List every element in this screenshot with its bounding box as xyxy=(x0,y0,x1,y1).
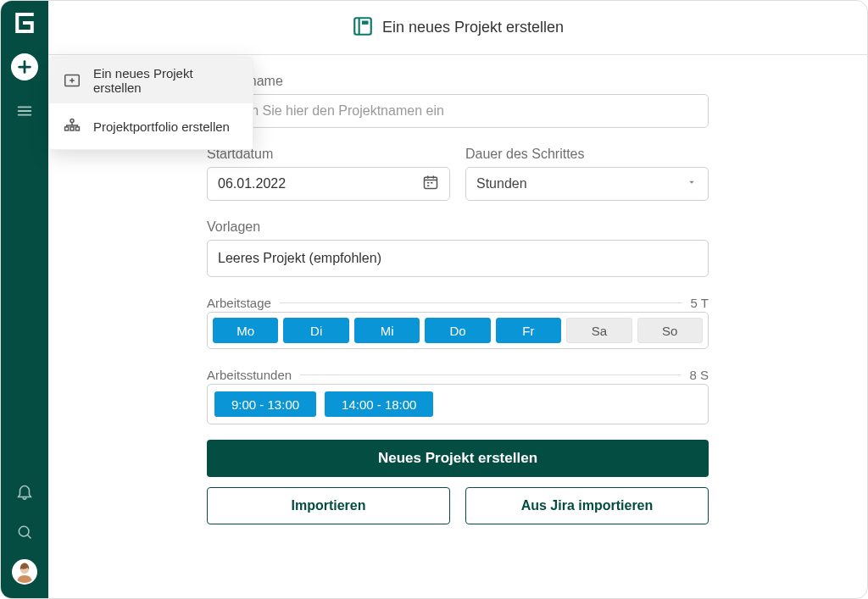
svg-rect-7 xyxy=(75,127,79,130)
create-project-button[interactable]: Neues Projekt erstellen xyxy=(207,440,709,477)
templates-select[interactable]: Leeres Projekt (empfohlen) xyxy=(207,240,709,277)
logo-icon xyxy=(9,8,40,38)
flyout-item-portfolio[interactable]: Projektportfolio erstellen xyxy=(49,103,253,149)
startdate-value: 06.01.2022 xyxy=(218,176,286,191)
header: Ein neues Projekt erstellen xyxy=(48,1,867,55)
day-chip-fr[interactable]: Fr xyxy=(496,318,561,343)
day-chip-sa[interactable]: Sa xyxy=(566,318,632,343)
project-board-icon xyxy=(352,15,374,41)
portfolio-icon xyxy=(63,117,81,136)
svg-rect-5 xyxy=(65,127,69,130)
projectname-input[interactable] xyxy=(218,103,698,119)
stepduration-value: Stunden xyxy=(476,176,527,191)
flyout-item-new-project[interactable]: Ein neues Projekt erstellen xyxy=(49,58,253,103)
hamburger-menu-button[interactable] xyxy=(8,94,42,128)
stepduration-select[interactable]: Stunden xyxy=(465,167,709,201)
day-chip-mi[interactable]: Mi xyxy=(354,318,420,343)
primary-button-row: Neues Projekt erstellen xyxy=(207,440,709,477)
templates-label: Vorlagen xyxy=(207,219,709,235)
workdays-header: Arbeitstage 5 T xyxy=(207,296,709,310)
svg-rect-6 xyxy=(70,127,74,130)
add-button[interactable] xyxy=(11,53,38,80)
startdate-input[interactable]: 06.01.2022 xyxy=(207,167,450,201)
stepduration-label: Dauer des Schrittes xyxy=(465,147,709,162)
day-chip-mo[interactable]: Mo xyxy=(213,318,278,343)
templates-field: Vorlagen Leeres Projekt (empfohlen) xyxy=(207,219,709,277)
page-title: Ein neues Projekt erstellen xyxy=(382,19,564,36)
workhours-box: 9:00 - 13:00 14:00 - 18:00 xyxy=(207,384,709,424)
svg-point-4 xyxy=(70,119,74,123)
calendar-icon xyxy=(422,174,439,194)
hour-chip-afternoon[interactable]: 14:00 - 18:00 xyxy=(325,391,433,417)
secondary-button-row: Importieren Aus Jira importieren xyxy=(207,487,709,524)
sidebar xyxy=(1,1,48,598)
workdays-count: 5 T xyxy=(691,296,709,310)
new-project-form: Projektname Startdatum 06.01.2022 xyxy=(207,74,709,524)
avatar[interactable] xyxy=(12,559,37,585)
startdate-field: Startdatum 06.01.2022 xyxy=(207,147,450,201)
create-flyout-menu: Ein neues Projekt erstellen Projektportf… xyxy=(48,57,253,150)
new-project-icon xyxy=(63,71,81,90)
day-chip-di[interactable]: Di xyxy=(283,318,348,343)
projectname-label: Projektname xyxy=(207,74,709,89)
chevron-down-icon xyxy=(686,176,698,191)
import-jira-button[interactable]: Aus Jira importieren xyxy=(465,487,709,524)
svg-point-0 xyxy=(19,526,29,536)
projectname-input-wrapper xyxy=(207,94,709,128)
workhours-header: Arbeitsstunden 8 S xyxy=(207,368,709,382)
hour-chip-morning[interactable]: 9:00 - 13:00 xyxy=(214,391,316,417)
templates-value: Leeres Projekt (empfohlen) xyxy=(218,251,381,266)
workhours-label: Arbeitsstunden xyxy=(207,368,292,382)
projectname-field: Projektname xyxy=(207,74,709,128)
app-window: Ein neues Projekt erstellen Projektportf… xyxy=(0,0,868,599)
flyout-item-label: Projektportfolio erstellen xyxy=(93,119,230,134)
svg-rect-8 xyxy=(354,18,371,35)
day-chip-do[interactable]: Do xyxy=(425,318,490,343)
day-chip-so[interactable]: So xyxy=(637,318,703,343)
workdays-box: Mo Di Mi Do Fr Sa So xyxy=(207,312,709,349)
import-button[interactable]: Importieren xyxy=(207,487,450,524)
workhours-field: Arbeitsstunden 8 S 9:00 - 13:00 14:00 - … xyxy=(207,368,709,424)
workhours-count: 8 S xyxy=(689,368,709,382)
notifications-icon[interactable] xyxy=(8,474,42,508)
svg-rect-9 xyxy=(362,20,369,24)
workdays-label: Arbeitstage xyxy=(207,296,271,310)
flyout-item-label: Ein neues Projekt erstellen xyxy=(93,66,239,95)
stepduration-field: Dauer des Schrittes Stunden xyxy=(465,147,709,201)
workdays-field: Arbeitstage 5 T Mo Di Mi Do Fr Sa So xyxy=(207,296,709,349)
search-icon[interactable] xyxy=(8,515,42,549)
